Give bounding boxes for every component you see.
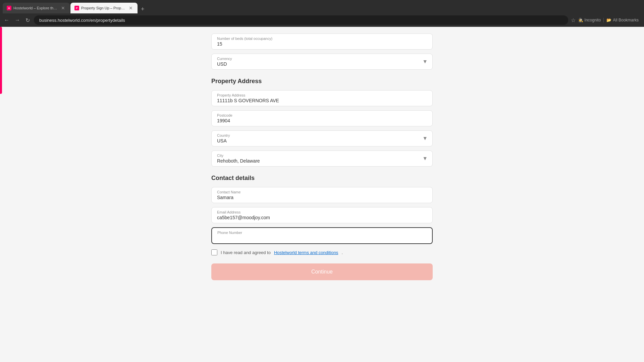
currency-arrow-icon: ▼ bbox=[422, 59, 428, 65]
email-input[interactable] bbox=[217, 215, 427, 220]
email-field-wrapper[interactable]: Email Address bbox=[211, 207, 433, 223]
forward-button[interactable]: → bbox=[13, 16, 21, 24]
property-address-title: Property Address bbox=[211, 78, 433, 85]
postcode-field-wrapper[interactable]: Postcode bbox=[211, 110, 433, 126]
contact-name-field-group: Contact Name bbox=[211, 187, 433, 203]
phone-field-wrapper[interactable]: Phone Number bbox=[211, 227, 433, 244]
address-field-label: Property Address bbox=[217, 93, 427, 97]
city-value: Rehoboth, Delaware bbox=[217, 158, 427, 164]
bookmarks-icon: 📂 bbox=[606, 18, 611, 22]
contact-name-wrapper[interactable]: Contact Name bbox=[211, 187, 433, 203]
country-field-group: Country USA ▼ bbox=[211, 130, 433, 146]
incognito-label: Incognito bbox=[585, 18, 601, 22]
email-field-group: Email Address bbox=[211, 207, 433, 223]
currency-field-group: Currency USD ▼ bbox=[211, 54, 433, 70]
all-bookmarks[interactable]: 📂 All Bookmarks bbox=[603, 18, 641, 22]
new-tab-button[interactable]: + bbox=[138, 5, 147, 13]
contact-name-input[interactable] bbox=[217, 195, 427, 200]
city-field-group: City Rehoboth, Delaware ▼ bbox=[211, 150, 433, 167]
terms-text-after: . bbox=[341, 250, 343, 255]
currency-label: Currency bbox=[217, 57, 427, 61]
city-dropdown[interactable]: City Rehoboth, Delaware ▼ bbox=[211, 150, 433, 167]
terms-checkbox[interactable] bbox=[211, 249, 217, 255]
beds-field-group: Number of beds (total occupancy) 15 bbox=[211, 34, 433, 50]
tab-property-close[interactable]: ✕ bbox=[128, 6, 133, 10]
phone-field-group: Phone Number bbox=[211, 227, 433, 244]
country-label: Country bbox=[217, 133, 427, 137]
continue-button[interactable]: Continue bbox=[211, 263, 433, 280]
phone-label: Phone Number bbox=[217, 231, 427, 235]
incognito-section: 🕵 Incognito bbox=[578, 18, 601, 22]
currency-dropdown[interactable]: Currency USD ▼ bbox=[211, 54, 433, 70]
bookmark-button[interactable]: ☆ bbox=[571, 17, 576, 23]
beds-field-wrapper: Number of beds (total occupancy) 15 bbox=[211, 34, 433, 50]
left-accent-bar bbox=[0, 27, 2, 94]
postcode-field-group: Postcode bbox=[211, 110, 433, 126]
tab-property-label: Property Sign Up – Property an... bbox=[81, 6, 126, 10]
country-arrow-icon: ▼ bbox=[422, 135, 428, 141]
tab-bar: H Hostelworld – Explore the wor... ✕ P P… bbox=[0, 0, 644, 13]
tab-hostelworld-label: Hostelworld – Explore the wor... bbox=[13, 6, 58, 10]
terms-link[interactable]: Hostelworld terms and conditions bbox=[274, 250, 338, 255]
page-content: Number of beds (total occupancy) 15 Curr… bbox=[0, 27, 644, 362]
tab-hostelworld[interactable]: H Hostelworld – Explore the wor... ✕ bbox=[3, 3, 70, 13]
city-label: City bbox=[217, 154, 427, 158]
terms-text-before: I have read and agreed to bbox=[221, 250, 271, 255]
back-button[interactable]: ← bbox=[3, 16, 11, 24]
beds-field-value: 15 bbox=[217, 41, 427, 47]
city-arrow-icon: ▼ bbox=[422, 156, 428, 162]
country-value: USA bbox=[217, 138, 427, 143]
phone-input[interactable] bbox=[217, 235, 427, 241]
country-dropdown[interactable]: Country USA ▼ bbox=[211, 130, 433, 146]
address-field-group: Property Address bbox=[211, 90, 433, 106]
tab-property-favicon: P bbox=[74, 6, 79, 10]
form-container: Number of beds (total occupancy) 15 Curr… bbox=[211, 34, 433, 349]
contact-details-title: Contact details bbox=[211, 175, 433, 182]
address-bar-input[interactable] bbox=[34, 15, 568, 25]
tab-hostelworld-favicon: H bbox=[7, 6, 11, 10]
terms-row: I have read and agreed to Hostelworld te… bbox=[211, 249, 433, 255]
postcode-label: Postcode bbox=[217, 113, 427, 117]
all-bookmarks-label: All Bookmarks bbox=[613, 18, 639, 22]
beds-field-label: Number of beds (total occupancy) bbox=[217, 37, 427, 41]
refresh-button[interactable]: ↻ bbox=[24, 16, 31, 25]
address-field-input[interactable] bbox=[217, 98, 427, 103]
contact-name-label: Contact Name bbox=[217, 190, 427, 194]
postcode-input[interactable] bbox=[217, 118, 427, 123]
tab-hostelworld-close[interactable]: ✕ bbox=[60, 6, 66, 10]
address-bar-row: ← → ↻ ☆ 🕵 Incognito 📂 All Bookmarks bbox=[0, 13, 644, 27]
browser-chrome: H Hostelworld – Explore the wor... ✕ P P… bbox=[0, 0, 644, 27]
incognito-icon: 🕵 bbox=[578, 18, 583, 22]
email-label: Email Address bbox=[217, 210, 427, 214]
tab-property[interactable]: P Property Sign Up – Property an... ✕ bbox=[70, 3, 138, 13]
address-field-wrapper[interactable]: Property Address bbox=[211, 90, 433, 106]
currency-value: USD bbox=[217, 61, 427, 67]
